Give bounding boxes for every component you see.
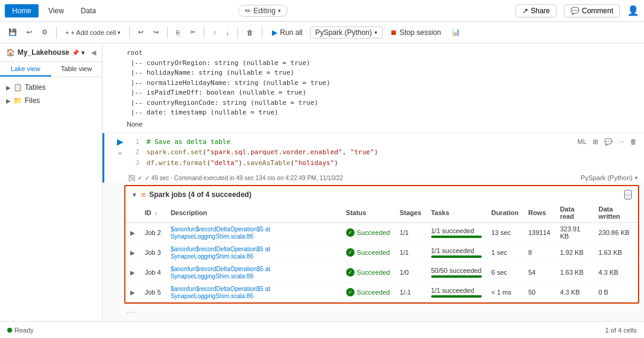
progress-bar-wrap-1 xyxy=(431,255,482,258)
row-stages-3: 1/-1 xyxy=(395,283,426,302)
save-button[interactable]: 💾 xyxy=(5,27,21,38)
line-num-1: 1 xyxy=(131,137,139,148)
spark-panel-more-btn[interactable]: ··· xyxy=(624,190,632,199)
row-id-1: Job 3 xyxy=(140,243,166,263)
row-expand-3[interactable]: ▶ xyxy=(125,283,140,302)
user-icon[interactable]: 👤 xyxy=(627,5,639,16)
kernel-selector[interactable]: PySpark (Python) ▾ xyxy=(310,27,383,39)
settings-button[interactable]: ⚙ xyxy=(38,27,51,38)
cell-delete-btn[interactable]: 🗑 xyxy=(628,137,639,147)
sidebar-tab-table-view[interactable]: Table view xyxy=(51,62,103,77)
col-id[interactable]: ID ↕ xyxy=(140,203,166,223)
add-code-cell-button[interactable]: + + Add code cell ▾ xyxy=(62,27,124,38)
sidebar-tabs: Lake view Table view xyxy=(0,62,102,77)
move-up-button[interactable]: ↑ xyxy=(209,27,220,38)
sidebar-title: 🏠 My_Lakehouse 📌 ▾ xyxy=(6,48,84,57)
col-stages: Stages xyxy=(395,203,426,223)
sidebar-items: ▶ 📋 Tables ▶ 📁 Files xyxy=(0,77,102,111)
expand-row-btn-1[interactable]: ▶ xyxy=(130,249,135,256)
monitor-button[interactable]: 📊 xyxy=(448,27,464,38)
nav-tab-view[interactable]: View xyxy=(41,4,71,17)
lakehouse-icon: 🏠 xyxy=(6,48,15,57)
row-expand-2[interactable]: ▶ xyxy=(125,263,140,283)
row-data-written-1: 1.63 KB xyxy=(593,243,638,263)
editing-badge[interactable]: ✏ Editing ▾ xyxy=(238,5,288,17)
editing-label: Editing xyxy=(253,7,276,15)
sidebar-tab-lake-view[interactable]: Lake view xyxy=(0,62,51,77)
row-stages-2: 1/0 xyxy=(395,263,426,283)
copy-button[interactable]: ⎘ xyxy=(172,27,184,38)
toolbar: 💾 ↩ ⚙ + + Add code cell ▾ ↩ ↪ ⎘ ✂ ↑ ↓ 🗑 … xyxy=(0,22,644,43)
undo-button[interactable]: ↩ xyxy=(23,27,36,38)
cell-more-btn[interactable]: ··· xyxy=(616,137,627,147)
monitor-icon: 📊 xyxy=(452,28,460,36)
nav-tab-data[interactable]: Data xyxy=(74,4,103,17)
sep6 xyxy=(262,27,262,39)
row-desc-1[interactable]: $anonfun$recordDeltaOperation$5 at Synap… xyxy=(166,243,341,263)
cell-comment-btn[interactable]: 💬 xyxy=(602,137,615,147)
expand-row-btn-0[interactable]: ▶ xyxy=(130,230,135,236)
line-num-2: 2 xyxy=(131,147,139,158)
sidebar-item-files[interactable]: ▶ 📁 Files xyxy=(0,94,102,107)
cell-expand-btn2[interactable]: ⊞ xyxy=(590,137,601,147)
row-expand-0[interactable]: ▶ xyxy=(125,223,140,243)
expand-row-btn-2[interactable]: ▶ xyxy=(130,269,135,276)
row-status-2: ✓ Succeeded xyxy=(341,263,395,283)
redo-button[interactable]: ↪ xyxy=(150,27,162,38)
spark-icon: ≡ xyxy=(141,190,146,199)
comment-button[interactable]: 💬 Comment xyxy=(564,4,620,17)
move-down-icon: ↓ xyxy=(226,29,230,36)
cut-button[interactable]: ✂ xyxy=(186,27,199,38)
cell-expand-button[interactable]: ⌄ xyxy=(117,148,123,156)
share-button[interactable]: ↗ Share xyxy=(516,4,557,17)
gear-icon: ⚙ xyxy=(42,28,48,36)
row-duration-3: < 1 ms xyxy=(487,283,523,302)
expand-row-btn-3[interactable]: ▶ xyxy=(130,289,135,296)
chevron-down-icon[interactable]: ▾ xyxy=(81,49,84,56)
row-duration-2: 6 sec xyxy=(487,263,523,283)
row-stages-1: 1/1 xyxy=(395,243,426,263)
undo2-button[interactable]: ↩ xyxy=(134,27,147,38)
nav-tab-home[interactable]: Home xyxy=(5,4,39,17)
redo-icon: ↪ xyxy=(153,28,159,36)
cell-ml-button[interactable]: ML xyxy=(575,137,589,147)
stop-session-button[interactable]: ⏹ Stop session xyxy=(385,27,446,39)
row-expand-1[interactable]: ▶ xyxy=(125,243,140,263)
code-line-3: 3 df.write.format("delta").saveAsTable("… xyxy=(131,158,568,169)
chevron-down-icon: ▾ xyxy=(278,8,281,14)
progress-bar-wrap-0 xyxy=(431,236,482,238)
spark-jobs-table: ID ↕ Description Status Stages Tasks Dur… xyxy=(125,203,638,302)
col-duration: Duration xyxy=(487,203,523,223)
progress-bar-3 xyxy=(431,295,482,298)
dropdown-arrow: ▾ xyxy=(118,30,121,36)
cell-run-button[interactable]: ▶ xyxy=(117,137,124,146)
row-desc-2[interactable]: $anonfun$recordDeltaOperation$5 at Synap… xyxy=(166,263,341,283)
progress-bar-2 xyxy=(431,275,482,278)
more-dots[interactable]: ··· xyxy=(103,306,644,318)
col-rows: Rows xyxy=(523,203,555,223)
col-status: Status xyxy=(341,203,395,223)
success-dot-3: ✓ xyxy=(346,288,355,296)
table-row: ▶ Job 2 $anonfun$recordDeltaOperation$5 … xyxy=(125,223,638,243)
sidebar-item-tables[interactable]: ▶ 📋 Tables xyxy=(0,81,102,94)
success-dot-0: ✓ xyxy=(346,228,355,237)
move-down-button[interactable]: ↓ xyxy=(223,27,233,38)
pencil-icon: ✏ xyxy=(245,7,251,15)
move-up-icon: ↑ xyxy=(213,29,216,36)
sep4 xyxy=(204,27,204,39)
row-data-read-3: 4.3 KB xyxy=(555,283,594,302)
delete-button[interactable]: 🗑 xyxy=(243,27,257,38)
row-desc-0[interactable]: $anonfun$recordDeltaOperation$5 at Synap… xyxy=(166,223,341,243)
spark-panel-collapse-btn[interactable]: ▼ xyxy=(131,192,137,198)
table-row: ▶ Job 4 $anonfun$recordDeltaOperation$5 … xyxy=(125,263,638,283)
row-desc-3[interactable]: $anonfun$recordDeltaOperation$5 at Synap… xyxy=(166,283,341,302)
copy-icon: ⎘ xyxy=(176,29,180,36)
row-id-2: Job 4 xyxy=(140,263,166,283)
progress-bar-wrap-2 xyxy=(431,275,482,278)
kernel-dropdown-arrow[interactable]: ▾ xyxy=(635,175,638,181)
run-all-button[interactable]: ▶ Run all xyxy=(267,27,307,39)
collapse-sidebar-icon[interactable]: ◀ xyxy=(91,49,96,57)
row-data-read-2: 1.63 KB xyxy=(555,263,594,283)
top-nav: Home View Data ✏ Editing ▾ ↗ Share 💬 Com… xyxy=(0,0,644,22)
cut-icon: ✂ xyxy=(190,28,195,36)
